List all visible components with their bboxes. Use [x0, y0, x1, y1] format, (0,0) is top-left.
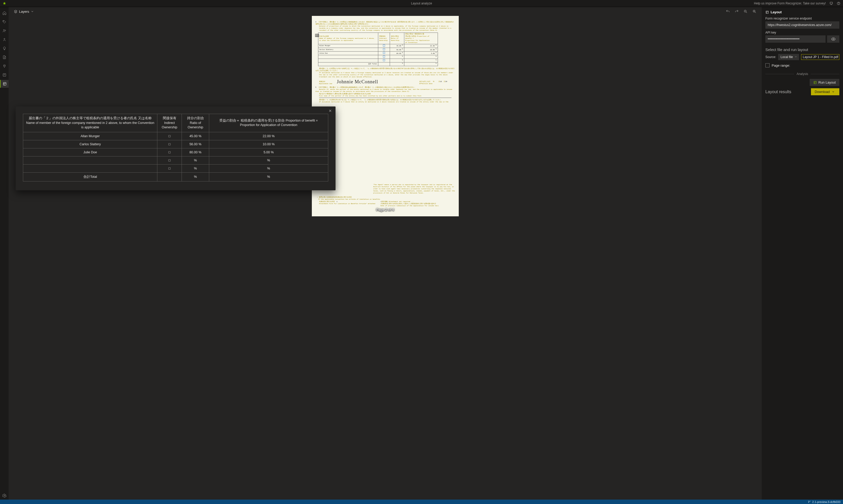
- version-text: 2.1-preview.3-dcfb033: [812, 500, 840, 503]
- app-logo-icon: [3, 2, 6, 5]
- undo-icon[interactable]: [726, 10, 730, 14]
- endpoint-label: Form recognizer service endpoint: [766, 17, 839, 20]
- document-viewport[interactable]: 3日本で課税上、届出書の「2」の外国法人が納税義務者とされるが、租税条約の規定に…: [8, 16, 762, 500]
- doc-form-table: 氏名又は名称Name of member of the foreign comp…: [318, 33, 438, 66]
- survey-link[interactable]: Help us improve Form Recognizer. Take ou…: [754, 2, 826, 5]
- table-row: Julie Doe□80.00 %5.00 %: [23, 148, 328, 156]
- page-range-label: Page range:: [772, 64, 790, 68]
- page-range-checkbox[interactable]: [766, 63, 770, 68]
- layout-results-heading: Layout results: [766, 90, 791, 94]
- table-row: 合計Total%%: [23, 172, 328, 181]
- col-header-ratio: 持分の割合 Ratio of Ownership: [181, 114, 209, 132]
- apikey-label: API key: [766, 31, 839, 34]
- svg-rect-0: [830, 2, 832, 4]
- nav-group[interactable]: [0, 27, 8, 35]
- canvas-toolbar: Layers: [8, 7, 762, 16]
- svg-point-14: [832, 38, 834, 40]
- svg-point-2: [839, 4, 839, 4]
- titlebar: Layout analyze Help us improve Form Reco…: [0, 0, 843, 7]
- show-apikey-button[interactable]: [827, 35, 839, 43]
- svg-point-3: [3, 21, 4, 21]
- svg-rect-8: [3, 83, 6, 85]
- zoom-in-icon[interactable]: [752, 10, 756, 14]
- app-title: Layout analyze: [411, 2, 432, 5]
- right-panel: Layout Form recognizer service endpoint …: [762, 7, 843, 500]
- apikey-input[interactable]: [766, 35, 826, 43]
- nav-connect[interactable]: [0, 62, 8, 70]
- nav-lightbulb[interactable]: [0, 44, 8, 52]
- col-header-indirect: 間接保有 Indirect Ownership: [157, 114, 182, 132]
- signature: Johnnie McConnell: [337, 78, 378, 85]
- endpoint-input[interactable]: [766, 21, 839, 29]
- analysis-divider: Analysis: [797, 72, 808, 76]
- page-indicator: Page 2 of 4: [376, 208, 394, 212]
- select-file-heading: Select file and run layout: [766, 48, 839, 52]
- svg-point-5: [5, 30, 5, 31]
- nav-settings[interactable]: [0, 492, 8, 500]
- branch-icon: [808, 500, 811, 503]
- layout-section-title: Layout: [771, 10, 782, 14]
- chevron-down-icon: [832, 90, 835, 93]
- col-header-benefit: 受益の割合＝ 租税条約の適用を受ける割合 Proportion of benef…: [209, 114, 328, 132]
- main-area: Layers 3日本で課税上、届出書の「2」の外国法人が納税義務者とされるが、租…: [8, 7, 843, 500]
- svg-point-6: [4, 38, 5, 39]
- nav-new-doc[interactable]: [0, 53, 8, 61]
- svg-point-9: [4, 495, 5, 496]
- table-row: Allan Munger□45.00 %22.00 %: [23, 132, 328, 140]
- svg-point-4: [3, 30, 4, 31]
- run-layout-button[interactable]: Run Layout: [810, 79, 840, 86]
- svg-point-18: [810, 501, 810, 501]
- svg-rect-12: [315, 34, 319, 37]
- source-dropdown[interactable]: Local file: [778, 54, 799, 60]
- status-bar: 2.1-preview.3-dcfb033: [0, 500, 843, 504]
- left-nav-rail: [0, 7, 8, 500]
- table-preview-modal: 届出書の「２」の外国法人の株主等で租税条約の適用を受ける者の氏名 又は名称 Na…: [16, 107, 335, 190]
- table-row: Carlos Slattery□56.00 %10.00 %: [23, 140, 328, 148]
- nav-prebuilt[interactable]: [0, 71, 8, 79]
- feedback-icon[interactable]: [829, 2, 833, 5]
- svg-rect-7: [3, 74, 6, 76]
- close-icon[interactable]: [329, 109, 332, 112]
- nav-person[interactable]: [0, 36, 8, 43]
- svg-rect-13: [766, 11, 768, 13]
- nav-tag[interactable]: [0, 18, 8, 26]
- zoom-out-icon[interactable]: [743, 10, 748, 14]
- layers-dropdown[interactable]: Layers: [14, 10, 34, 14]
- download-button[interactable]: Download: [811, 88, 839, 95]
- col-header-name: 届出書の「２」の外国法人の株主等で租税条約の適用を受ける者の氏名 又は名称 Na…: [23, 114, 157, 132]
- extracted-table: 届出書の「２」の外国法人の株主等で租税条約の適用を受ける者の氏名 又は名称 Na…: [23, 114, 328, 181]
- layers-icon: [14, 10, 17, 13]
- source-label: Source:: [766, 55, 776, 59]
- svg-point-16: [808, 501, 809, 501]
- redo-icon[interactable]: [735, 10, 739, 14]
- nav-home[interactable]: [0, 9, 8, 17]
- svg-point-17: [808, 502, 809, 503]
- help-icon[interactable]: [837, 2, 840, 5]
- nav-layout[interactable]: [0, 80, 8, 88]
- table-row: □%%: [23, 164, 328, 172]
- layers-label: Layers: [19, 10, 29, 14]
- layout-section-icon: [766, 11, 769, 14]
- svg-rect-15: [814, 81, 816, 84]
- run-icon: [813, 81, 817, 84]
- chevron-down-icon: [794, 55, 797, 58]
- chevron-down-icon: [31, 10, 34, 13]
- file-name-box[interactable]: Layout JP 1 - Filled In.pdf: [801, 54, 839, 60]
- table-row: □%%: [23, 156, 328, 164]
- canvas-area: Layers 3日本で課税上、届出書の「2」の外国法人が納税義務者とされるが、租…: [8, 7, 762, 500]
